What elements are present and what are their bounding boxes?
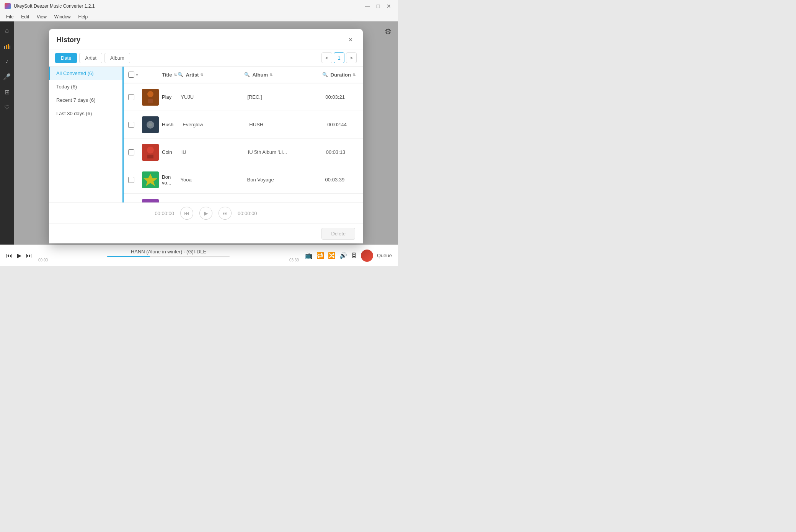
- track-title-3: Coin: [162, 149, 172, 155]
- progress-bar[interactable]: [107, 256, 230, 257]
- bottom-play-controls: ⏮ ▶ ⏭: [6, 252, 32, 259]
- track-duration-2: 00:02:44: [327, 122, 363, 127]
- bottom-next-button[interactable]: ⏭: [26, 252, 32, 259]
- table-row: Bon vo... Yooa Bon Voyage 00:03:39 ▶: [124, 166, 363, 194]
- window-controls: — □ ✕: [363, 2, 393, 11]
- menu-bar: File Edit View Window Help: [0, 12, 398, 21]
- artist-sort-icon: ⇅: [200, 73, 203, 77]
- header-album[interactable]: Album ⇅: [253, 72, 321, 78]
- filter-date-button[interactable]: Date: [55, 53, 77, 63]
- sidebar-heart-icon[interactable]: ♡: [1, 101, 13, 113]
- pagination-page[interactable]: 1: [334, 52, 344, 63]
- svg-rect-15: [142, 199, 159, 203]
- title-search-icon: 🔍: [178, 72, 183, 77]
- equalizer-icon[interactable]: 🎛: [351, 252, 357, 259]
- delete-selected-button[interactable]: Delete: [321, 228, 355, 240]
- svg-point-11: [147, 147, 154, 153]
- album-sort-icon: ⇅: [269, 73, 272, 77]
- table-body: Play YUJU [REC.] 00:03:21 ▶: [124, 83, 363, 202]
- player-time-total: 00:00:00: [238, 211, 257, 216]
- menu-file[interactable]: File: [3, 13, 16, 20]
- menu-edit[interactable]: Edit: [18, 13, 32, 20]
- modal-body: All Converted (6) Today (6) Recent 7 day…: [49, 67, 363, 202]
- duration-sort-icon: ⇅: [352, 73, 356, 77]
- sidebar-equalizer-icon[interactable]: [1, 40, 13, 52]
- track-thumb-2: [142, 116, 159, 133]
- nav-all-converted[interactable]: All Converted (6): [49, 67, 122, 80]
- row-checkbox-2[interactable]: [128, 122, 134, 128]
- maximize-button[interactable]: □: [374, 2, 383, 11]
- track-duration-4: 00:03:39: [325, 177, 363, 183]
- player-play-button[interactable]: ▶: [199, 207, 212, 220]
- shuffle-icon[interactable]: 🔀: [328, 252, 336, 259]
- window-title: UkeySoft Deezer Music Converter 1.2.1: [14, 3, 95, 9]
- table-row: Hush Everglow HUSH 00:02:44 ▶: [124, 111, 363, 139]
- filter-pagination-row: Date Artist Album < 1 >: [49, 49, 363, 67]
- track-title-1: Play: [162, 94, 171, 100]
- header-duration[interactable]: Duration ⇅: [331, 72, 363, 78]
- nav-last-30[interactable]: Last 30 days (6): [49, 107, 122, 120]
- header-artist[interactable]: Artist ⇅: [186, 72, 243, 78]
- row-checkbox-4[interactable]: [128, 177, 134, 183]
- player-controls: 00:00:00 ⏮ ▶ ⏭ 00:00:00: [49, 202, 363, 224]
- sidebar-grid-icon[interactable]: ⊞: [1, 86, 13, 98]
- header-album-search[interactable]: 🔍: [321, 72, 331, 77]
- track-artist-1: YUJU: [181, 94, 238, 100]
- minimize-button[interactable]: —: [363, 2, 372, 11]
- table-header: ▼ Title ⇅ 🔍 Artist: [124, 67, 363, 83]
- bottom-right-controls: 📺 🔁 🔀 🔊 🎛 Queue: [305, 250, 392, 262]
- repeat-icon[interactable]: 🔁: [316, 252, 324, 259]
- album-search-icon: 🔍: [322, 72, 328, 77]
- menu-window[interactable]: Window: [51, 13, 74, 20]
- filter-buttons: Date Artist Album: [55, 53, 130, 63]
- pagination-prev[interactable]: <: [321, 52, 332, 63]
- track-album-4: Bon Voyage: [247, 177, 316, 183]
- filter-album-button[interactable]: Album: [104, 53, 130, 63]
- player-time-current: 00:00:00: [155, 211, 174, 216]
- nav-recent-7[interactable]: Recent 7 days (6): [49, 93, 122, 107]
- left-nav-panel: All Converted (6) Today (6) Recent 7 day…: [49, 67, 124, 202]
- player-next-button[interactable]: ⏭: [219, 207, 232, 220]
- menu-help[interactable]: Help: [75, 13, 91, 20]
- app-body: ⌂ ♪ 🎤 ⊞ ♡ ⚙ History ×: [0, 21, 398, 245]
- modal-overlay: History × Date Artist Album < 1 >: [14, 21, 398, 245]
- svg-rect-3: [10, 46, 10, 49]
- track-thumb-5: [142, 199, 159, 203]
- modal-title: History: [57, 36, 80, 44]
- modal-header: History ×: [49, 29, 363, 49]
- select-all-checkbox[interactable]: [128, 72, 134, 78]
- header-title-search[interactable]: 🔍: [177, 72, 186, 77]
- row-checkbox-1[interactable]: [128, 94, 134, 100]
- track-album-1: [REC.]: [247, 94, 316, 100]
- sidebar-home-icon[interactable]: ⌂: [1, 24, 13, 37]
- filter-artist-button[interactable]: Artist: [79, 53, 102, 63]
- row-checkbox-3[interactable]: [128, 149, 134, 155]
- header-artist-search[interactable]: 🔍: [243, 72, 253, 77]
- track-thumb-1: [142, 89, 159, 106]
- menu-view[interactable]: View: [34, 13, 50, 20]
- artist-search-icon: 🔍: [244, 72, 250, 77]
- sidebar: ⌂ ♪ 🎤 ⊞ ♡: [0, 21, 14, 245]
- table-row: Play YUJU [REC.] 00:03:21 ▶: [124, 83, 363, 111]
- svg-rect-2: [8, 44, 9, 49]
- sidebar-mic-icon[interactable]: 🎤: [1, 70, 13, 83]
- airplay-icon[interactable]: 📺: [305, 252, 313, 259]
- table-row: LUNATIC MoonByul 6equence 00:03:25 ▶: [124, 194, 363, 202]
- header-title[interactable]: Title ⇅: [162, 72, 177, 78]
- bottom-prev-button[interactable]: ⏮: [6, 252, 12, 259]
- pagination-next[interactable]: >: [346, 52, 357, 63]
- track-title-2: Hush: [162, 122, 173, 127]
- nav-today[interactable]: Today (6): [49, 80, 122, 93]
- close-button[interactable]: ✕: [384, 2, 393, 11]
- app-icon: [5, 3, 11, 9]
- track-thumb-3: [142, 144, 159, 161]
- queue-label[interactable]: Queue: [377, 253, 392, 258]
- modal-close-button[interactable]: ×: [346, 35, 355, 44]
- user-avatar[interactable]: [361, 250, 373, 262]
- player-prev-button[interactable]: ⏮: [180, 207, 193, 220]
- volume-icon[interactable]: 🔊: [339, 252, 347, 259]
- bottom-play-button[interactable]: ▶: [17, 252, 21, 259]
- sidebar-music-icon[interactable]: ♪: [1, 55, 13, 67]
- app-bottom-bar: ⏮ ▶ ⏭ HANN (Alone in winter) · (G)I-DLE …: [0, 245, 398, 266]
- time-start: 00:00: [38, 258, 48, 262]
